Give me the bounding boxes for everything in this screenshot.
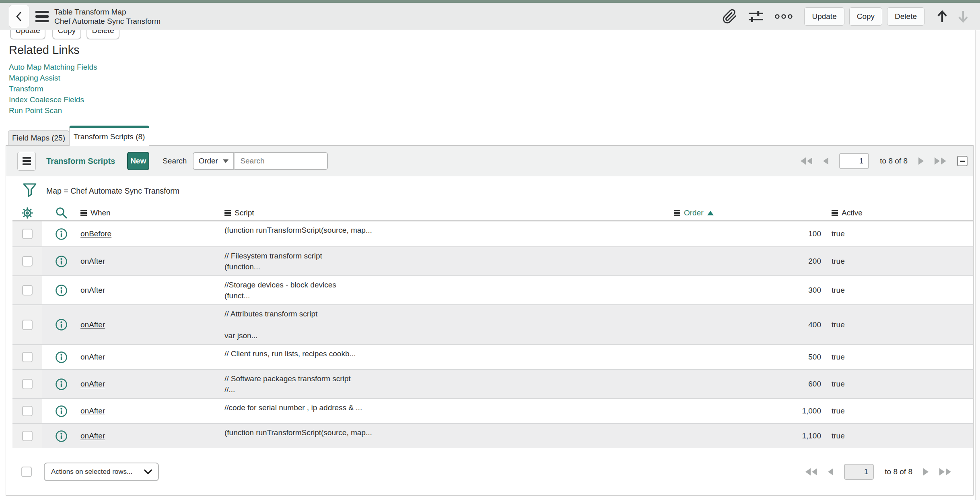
script-cell: //code for serial number , ip address & …	[224, 399, 674, 423]
row-info-cell	[42, 221, 80, 246]
page: Update Copy Delete Table Transform Map C…	[0, 0, 980, 500]
row-checkbox[interactable]	[22, 320, 33, 330]
first-page-icon[interactable]	[805, 468, 817, 475]
tab-field-maps[interactable]: Field Maps (25)	[8, 130, 69, 146]
list-menu-button[interactable]	[17, 152, 36, 171]
script-cell: // Attributes transform script var json.…	[224, 305, 674, 344]
previous-record-icon[interactable]	[936, 9, 949, 24]
active-cell: true	[821, 424, 973, 448]
table-row: onAfter // Attributes transform script v…	[12, 304, 973, 344]
context-menu-icon[interactable]	[35, 11, 49, 22]
related-link[interactable]: Transform	[9, 85, 43, 93]
last-page-icon[interactable]	[935, 157, 946, 165]
column-header-active[interactable]: Active	[821, 209, 973, 217]
when-link[interactable]: onAfter	[80, 353, 105, 362]
select-all-checkbox[interactable]	[21, 467, 32, 477]
row-checkbox[interactable]	[22, 406, 33, 416]
when-link[interactable]: onAfter	[80, 380, 105, 388]
script-line: // Filesystem transform script	[224, 250, 674, 261]
when-link[interactable]: onAfter	[80, 432, 105, 440]
row-checkbox[interactable]	[22, 352, 33, 362]
row-checkbox[interactable]	[22, 431, 33, 441]
search-field-select[interactable]: Order	[193, 152, 234, 170]
script-line: // Attributes transform script	[224, 308, 674, 319]
filter-breadcrumb[interactable]: Map = Chef Automate Sync Transform	[46, 186, 179, 196]
related-link[interactable]: Mapping Assist	[9, 74, 60, 82]
info-icon[interactable]	[55, 318, 68, 331]
column-menu-icon[interactable]	[832, 210, 838, 216]
row-checkbox[interactable]	[22, 379, 33, 389]
related-link[interactable]: Auto Map Matching Fields	[9, 63, 97, 71]
column-header-script[interactable]: Script	[224, 209, 674, 217]
row-checkbox[interactable]	[22, 285, 33, 295]
order-cell: 500	[674, 345, 821, 369]
row-when-cell: onAfter	[80, 399, 224, 423]
when-link[interactable]: onAfter	[80, 286, 105, 295]
when-link[interactable]: onBefore	[80, 229, 111, 238]
page-number-input[interactable]	[844, 464, 874, 480]
next-page-icon[interactable]	[923, 468, 929, 475]
related-link[interactable]: Index Coalesce Fields	[9, 95, 84, 104]
info-icon[interactable]	[55, 430, 68, 442]
search-input[interactable]	[234, 152, 328, 170]
row-when-cell: onAfter	[80, 247, 224, 275]
when-link[interactable]: onAfter	[80, 407, 105, 415]
copy-button[interactable]: Copy	[849, 7, 882, 26]
column-header-order[interactable]: Order	[674, 209, 821, 217]
scrollbar-track[interactable]	[975, 3, 980, 500]
column-menu-icon[interactable]	[224, 210, 231, 216]
when-link[interactable]: onAfter	[80, 257, 105, 266]
when-link[interactable]: onAfter	[80, 320, 105, 329]
pagination-top: to 8 of 8	[801, 153, 968, 169]
related-link-item: Transform	[9, 84, 97, 95]
next-record-icon[interactable]	[957, 9, 970, 24]
actions-dropdown-label: Actions on selected rows...	[51, 468, 132, 476]
previous-page-icon[interactable]	[828, 468, 833, 475]
info-icon[interactable]	[55, 228, 68, 240]
actions-dropdown[interactable]: Actions on selected rows...	[44, 463, 159, 481]
first-page-icon[interactable]	[801, 157, 812, 165]
info-icon[interactable]	[55, 405, 68, 417]
row-info-cell	[42, 305, 80, 344]
active-cell: true	[821, 345, 973, 369]
row-checkbox[interactable]	[22, 256, 33, 267]
page-number-input[interactable]	[839, 153, 869, 169]
row-when-cell: onAfter	[80, 276, 224, 304]
column-menu-icon[interactable]	[80, 210, 87, 216]
column-header-when[interactable]: When	[80, 209, 224, 217]
next-page-icon[interactable]	[918, 157, 924, 165]
column-label: Script	[235, 209, 254, 217]
related-link[interactable]: Run Point Scan	[9, 106, 62, 115]
info-icon[interactable]	[55, 378, 68, 390]
row-checkbox-cell	[12, 370, 42, 398]
new-button[interactable]: New	[127, 152, 149, 170]
info-icon[interactable]	[55, 351, 68, 364]
gear-icon[interactable]	[21, 206, 34, 220]
info-icon[interactable]	[55, 255, 68, 268]
previous-page-icon[interactable]	[823, 157, 828, 165]
page-title: Table Transform Map	[54, 7, 161, 17]
filter-funnel-icon[interactable]	[23, 183, 37, 200]
row-range-label: to 8 of 8	[885, 467, 912, 476]
update-button[interactable]: Update	[804, 7, 844, 26]
collapse-list-icon[interactable]	[957, 156, 968, 166]
more-options-icon[interactable]	[774, 14, 793, 19]
column-label: Active	[842, 209, 863, 217]
row-info-cell	[42, 424, 80, 448]
order-cell: 600	[674, 370, 821, 398]
attachment-icon[interactable]	[722, 9, 737, 24]
tab-transform-scripts[interactable]: Transform Scripts (8)	[69, 126, 149, 146]
last-page-icon[interactable]	[939, 468, 951, 475]
table-row: onAfter (function runTransformScript(sou…	[12, 423, 973, 448]
personalize-icon[interactable]	[747, 9, 765, 24]
row-checkbox[interactable]	[22, 229, 33, 239]
delete-button[interactable]: Delete	[887, 7, 924, 26]
list-title: Transform Scripts	[46, 157, 115, 166]
script-cell: // Filesystem transform script(function.…	[224, 247, 674, 275]
column-menu-icon[interactable]	[674, 210, 680, 216]
row-info-cell	[42, 276, 80, 304]
active-cell: true	[821, 399, 973, 423]
back-button[interactable]	[9, 5, 29, 28]
info-icon[interactable]	[55, 284, 68, 297]
search-icon[interactable]	[55, 207, 68, 219]
